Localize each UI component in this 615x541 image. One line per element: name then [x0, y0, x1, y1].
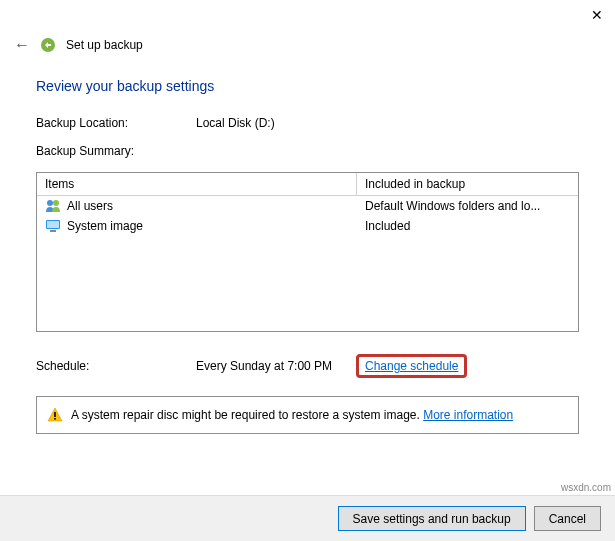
svg-rect-4 — [47, 221, 59, 228]
row-name: All users — [67, 199, 113, 213]
schedule-label: Schedule: — [36, 359, 196, 373]
more-information-link[interactable]: More information — [423, 408, 513, 422]
backup-location-value: Local Disk (D:) — [196, 116, 275, 130]
table-header: Items Included in backup — [37, 173, 578, 196]
cancel-button[interactable]: Cancel — [534, 506, 601, 531]
footer: Save settings and run backup Cancel — [0, 495, 615, 541]
content: Review your backup settings Backup Locat… — [0, 78, 615, 434]
backup-summary-label-row: Backup Summary: — [36, 144, 579, 158]
svg-rect-5 — [50, 230, 56, 232]
window-title: Set up backup — [66, 38, 143, 52]
change-schedule-highlight: Change schedule — [356, 354, 467, 378]
svg-rect-6 — [54, 412, 56, 417]
schedule-row: Schedule: Every Sunday at 7:00 PM Change… — [36, 354, 579, 378]
back-arrow-icon[interactable]: ← — [14, 36, 30, 54]
users-icon — [45, 198, 61, 214]
header-included: Included in backup — [357, 173, 578, 195]
backup-app-icon — [40, 37, 56, 53]
row-name: System image — [67, 219, 143, 233]
backup-location-label: Backup Location: — [36, 116, 196, 130]
page-title: Review your backup settings — [36, 78, 579, 94]
svg-rect-7 — [54, 418, 56, 420]
backup-summary-table: Items Included in backup All users Defau… — [36, 172, 579, 332]
warning-icon — [47, 407, 63, 423]
titlebar: ✕ — [0, 0, 615, 30]
save-settings-button[interactable]: Save settings and run backup — [338, 506, 526, 531]
table-row[interactable]: System image Included — [37, 216, 578, 236]
warning-box: A system repair disc might be required t… — [36, 396, 579, 434]
backup-location-row: Backup Location: Local Disk (D:) — [36, 116, 579, 130]
table-row[interactable]: All users Default Windows folders and lo… — [37, 196, 578, 216]
monitor-icon — [45, 218, 61, 234]
schedule-value: Every Sunday at 7:00 PM — [196, 359, 356, 373]
backup-summary-label: Backup Summary: — [36, 144, 134, 158]
header: ← Set up backup — [0, 30, 615, 68]
close-icon[interactable]: ✕ — [591, 7, 603, 23]
change-schedule-link[interactable]: Change schedule — [365, 359, 458, 373]
header-items: Items — [37, 173, 357, 195]
svg-point-1 — [47, 200, 53, 206]
watermark: wsxdn.com — [561, 482, 611, 493]
row-included: Included — [365, 219, 570, 233]
warning-text: A system repair disc might be required t… — [71, 408, 513, 422]
row-included: Default Windows folders and lo... — [365, 199, 570, 213]
svg-point-2 — [53, 200, 59, 206]
